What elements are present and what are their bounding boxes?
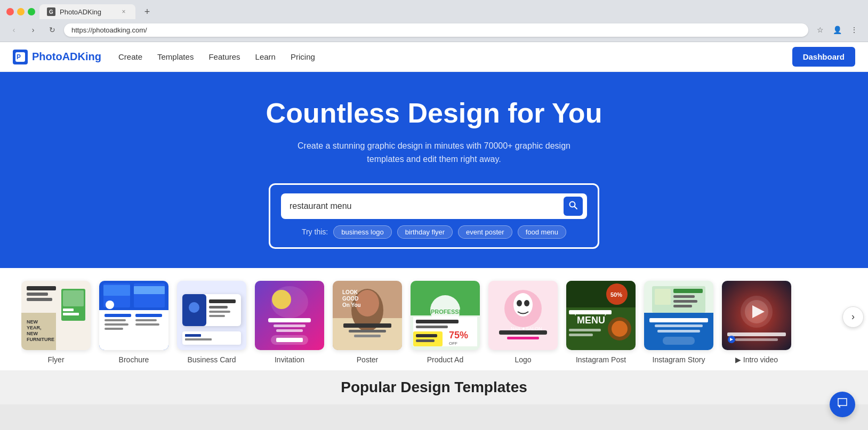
chat-bubble-button[interactable] bbox=[830, 392, 855, 417]
svg-rect-101 bbox=[657, 330, 700, 332]
svg-text:50%: 50% bbox=[610, 291, 622, 298]
bookmark-button[interactable]: ☆ bbox=[813, 22, 827, 37]
template-label-brochure: Brochure bbox=[119, 355, 149, 364]
template-item-businesscard[interactable]: Business Card bbox=[177, 281, 246, 364]
maximize-window-button[interactable] bbox=[28, 8, 35, 15]
svg-rect-47 bbox=[276, 329, 303, 332]
svg-text:NAIL✦SALON: NAIL✦SALON bbox=[511, 326, 542, 331]
template-item-productad[interactable]: PROFESSIONAL 75% OFF Product Ad bbox=[411, 281, 480, 364]
suggestion-birthday-flyer[interactable]: birthday flyer bbox=[397, 225, 453, 239]
search-container: Try this: business logo birthday flyer e… bbox=[269, 183, 599, 249]
tab-close-button[interactable]: × bbox=[119, 7, 128, 16]
hero-section: Countless Design for You Create a stunni… bbox=[0, 72, 868, 268]
nav-learn[interactable]: Learn bbox=[255, 52, 276, 61]
logo[interactable]: P PhotoADKing bbox=[13, 50, 101, 64]
navbar-right: Dashboard bbox=[792, 47, 855, 67]
browser-chrome: G PhotoADKing × + ‹ › ↻ ☆ 👤 ⋮ bbox=[0, 0, 868, 42]
svg-point-75 bbox=[517, 300, 522, 306]
suggestion-food-menu[interactable]: food menu bbox=[518, 225, 566, 239]
nav-templates[interactable]: Templates bbox=[157, 52, 194, 61]
carousel-next-button[interactable]: › bbox=[842, 306, 864, 328]
svg-rect-100 bbox=[655, 324, 703, 327]
template-item-igpost[interactable]: 50% Special Healthy MENU Instagram Post bbox=[566, 281, 636, 364]
template-item-flyer[interactable]: NEW YEAR, NEW FURNITURE Flyer bbox=[21, 281, 91, 364]
nav-pricing[interactable]: Pricing bbox=[291, 52, 315, 61]
browser-tab[interactable]: G PhotoADKing × bbox=[39, 4, 135, 19]
svg-rect-12 bbox=[63, 313, 79, 315]
template-label-igstory: Instagram Story bbox=[653, 355, 705, 364]
svg-text:PROFESSIONAL: PROFESSIONAL bbox=[431, 309, 477, 315]
svg-text:MENU: MENU bbox=[577, 315, 605, 326]
template-item-introvideo[interactable]: ▶ Intro video bbox=[722, 281, 791, 364]
nav-links: Create Templates Features Learn Pricing bbox=[118, 52, 315, 61]
svg-rect-54 bbox=[343, 323, 391, 328]
templates-row: NEW YEAR, NEW FURNITURE Flyer bbox=[21, 268, 847, 370]
svg-rect-37 bbox=[209, 311, 230, 313]
svg-point-76 bbox=[524, 300, 529, 306]
svg-rect-41 bbox=[185, 338, 212, 340]
refresh-button[interactable]: ↻ bbox=[45, 22, 60, 37]
svg-rect-8 bbox=[27, 298, 52, 301]
svg-rect-87 bbox=[569, 329, 601, 331]
new-tab-button[interactable]: + bbox=[140, 4, 155, 19]
dashboard-button[interactable]: Dashboard bbox=[792, 47, 855, 67]
svg-rect-55 bbox=[349, 330, 386, 332]
svg-text:OFF: OFF bbox=[449, 341, 457, 346]
template-label-productad: Product Ad bbox=[427, 355, 464, 364]
svg-rect-10 bbox=[63, 290, 84, 306]
svg-text:FURNITURE: FURNITURE bbox=[27, 337, 54, 342]
template-thumb-invitation bbox=[255, 281, 324, 350]
template-label-igpost: Instagram Post bbox=[576, 355, 626, 364]
template-item-igstory[interactable]: Instagram Story bbox=[644, 281, 713, 364]
search-input[interactable] bbox=[290, 201, 559, 211]
template-label-invitation: Invitation bbox=[275, 355, 304, 364]
suggestion-business-logo[interactable]: business logo bbox=[333, 225, 392, 239]
svg-rect-30 bbox=[135, 323, 159, 326]
profile-button[interactable]: 👤 bbox=[830, 22, 845, 37]
svg-rect-39 bbox=[182, 331, 241, 345]
svg-rect-24 bbox=[105, 314, 131, 317]
address-bar[interactable] bbox=[64, 23, 808, 37]
forward-button[interactable]: › bbox=[26, 22, 41, 37]
template-thumb-igstory bbox=[644, 281, 713, 350]
svg-point-44 bbox=[272, 290, 291, 309]
svg-point-90 bbox=[612, 321, 628, 337]
svg-rect-67 bbox=[413, 331, 443, 346]
svg-rect-46 bbox=[274, 324, 306, 327]
play-icon: ▶ bbox=[735, 355, 743, 364]
minimize-window-button[interactable] bbox=[17, 8, 25, 15]
template-item-invitation[interactable]: Invitation bbox=[255, 281, 324, 364]
tab-title: PhotoADKing bbox=[60, 8, 101, 16]
search-button[interactable] bbox=[564, 197, 583, 216]
svg-rect-36 bbox=[209, 306, 228, 309]
hero-title: Countless Design for You bbox=[21, 98, 847, 129]
svg-rect-27 bbox=[105, 328, 123, 330]
browser-titlebar: G PhotoADKing × + bbox=[0, 0, 868, 19]
svg-rect-65 bbox=[416, 320, 459, 323]
svg-text:NEW: NEW bbox=[27, 331, 38, 336]
close-window-button[interactable] bbox=[6, 8, 14, 15]
template-thumb-productad: PROFESSIONAL 75% OFF bbox=[411, 281, 480, 350]
nav-create[interactable]: Create bbox=[118, 52, 142, 61]
svg-line-3 bbox=[575, 206, 577, 209]
svg-rect-7 bbox=[27, 293, 48, 296]
back-button[interactable]: ‹ bbox=[6, 22, 21, 37]
svg-text:P: P bbox=[17, 53, 21, 61]
svg-rect-97 bbox=[673, 300, 697, 303]
template-item-logo[interactable]: NAIL✦SALON Logo bbox=[488, 281, 558, 364]
svg-rect-29 bbox=[135, 319, 157, 321]
svg-rect-96 bbox=[673, 295, 695, 298]
more-options-button[interactable]: ⋮ bbox=[847, 22, 862, 37]
svg-rect-35 bbox=[209, 299, 236, 303]
svg-rect-28 bbox=[135, 314, 162, 317]
suggestion-event-poster[interactable]: event poster bbox=[458, 225, 512, 239]
template-item-poster[interactable]: LOOK GOOD On You Poster bbox=[333, 281, 402, 364]
nav-features[interactable]: Features bbox=[208, 52, 240, 61]
hero-subtitle: Create a stunning graphic design in minu… bbox=[285, 139, 583, 166]
svg-rect-107 bbox=[727, 332, 786, 336]
browser-addressbar: ‹ › ↻ ☆ 👤 ⋮ bbox=[0, 19, 868, 42]
page-content: P PhotoADKing Create Templates Features … bbox=[0, 42, 868, 404]
template-item-brochure[interactable]: Brochure bbox=[99, 281, 168, 364]
template-label-poster: Poster bbox=[357, 355, 378, 364]
svg-text:YEAR,: YEAR, bbox=[27, 325, 42, 330]
